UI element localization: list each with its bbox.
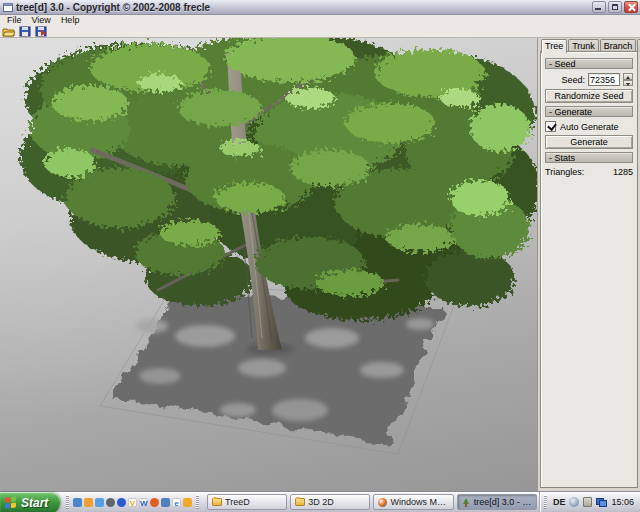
treed-app-icon xyxy=(462,498,471,507)
randomize-seed-button[interactable]: Randomize Seed xyxy=(545,89,633,103)
system-tray: DE 15:06 xyxy=(539,492,640,512)
3d-viewport[interactable] xyxy=(0,38,537,491)
task-treed-folder[interactable]: TreeD xyxy=(207,494,287,510)
seed-spinner[interactable] xyxy=(623,73,633,86)
tasks-handle[interactable] xyxy=(196,495,199,509)
quicklaunch-app-icon[interactable] xyxy=(84,498,93,507)
window-title: tree[d] 3.0 - Copyright © 2002-2008 frec… xyxy=(16,2,590,13)
quicklaunch-messenger-icon[interactable] xyxy=(95,498,104,507)
seed-input[interactable] xyxy=(588,73,620,86)
quicklaunch-handle[interactable] xyxy=(66,495,69,509)
restore-button[interactable] xyxy=(608,1,622,13)
close-icon xyxy=(627,3,636,12)
task-3d2d-folder[interactable]: 3D 2D xyxy=(290,494,370,510)
minimize-icon xyxy=(595,8,601,10)
seed-label: Seed: xyxy=(561,75,585,85)
app-window: tree[d] 3.0 - Copyright © 2002-2008 frec… xyxy=(0,0,640,491)
save-button[interactable] xyxy=(18,26,31,37)
minimize-button[interactable] xyxy=(592,1,606,13)
settings-panel: Tree Trunk Branch Leaf - Seed Seed: Rand… xyxy=(537,38,640,491)
menu-view[interactable]: View xyxy=(27,15,56,25)
generate-group-header[interactable]: - Generate xyxy=(545,106,633,117)
windows-flag-icon xyxy=(5,496,17,509)
folder-icon xyxy=(212,498,222,506)
spinner-down-icon[interactable] xyxy=(623,80,633,87)
open-folder-icon xyxy=(2,26,15,37)
quicklaunch-winamp-icon[interactable]: V xyxy=(128,498,137,507)
task-media-player[interactable]: Windows Media Player xyxy=(373,494,453,510)
generate-button[interactable]: Generate xyxy=(545,135,633,149)
task-buttons: TreeD 3D 2D Windows Media Player tree[d]… xyxy=(205,492,539,512)
quicklaunch-arrows-icon[interactable] xyxy=(183,498,192,507)
quicklaunch-word-icon[interactable]: W xyxy=(139,498,148,507)
task-treed-app[interactable]: tree[d] 3.0 - Copyrig... xyxy=(457,494,537,510)
close-button[interactable] xyxy=(624,1,638,13)
quicklaunch-firefox-icon[interactable] xyxy=(150,498,159,507)
menu-file[interactable]: File xyxy=(2,15,27,25)
triangles-value: 1285 xyxy=(613,167,633,177)
auto-generate-checkbox[interactable] xyxy=(545,121,556,132)
app-icon xyxy=(3,3,13,12)
media-player-icon xyxy=(378,498,387,507)
menubar: File View Help xyxy=(0,15,640,25)
export-button[interactable] xyxy=(34,26,47,37)
quicklaunch-browser-icon[interactable] xyxy=(73,498,82,507)
triangles-label: Triangles: xyxy=(545,167,584,177)
taskbar-clock[interactable]: 15:06 xyxy=(611,497,634,507)
seed-group-header[interactable]: - Seed xyxy=(545,58,633,69)
start-button[interactable]: Start xyxy=(0,492,60,512)
toolbar xyxy=(0,25,640,38)
tab-tree[interactable]: Tree xyxy=(541,39,567,53)
folder-icon xyxy=(295,498,305,506)
taskbar: Start V W e TreeD 3D 2D Windows Media Pl… xyxy=(0,491,640,512)
save-floppy-icon xyxy=(19,26,31,37)
language-indicator[interactable]: DE xyxy=(553,497,566,507)
tray-handle[interactable] xyxy=(544,495,547,509)
start-label: Start xyxy=(21,496,48,510)
quicklaunch-notes-icon[interactable] xyxy=(161,498,170,507)
tray-cd-icon[interactable] xyxy=(569,497,579,507)
quicklaunch-media-icon[interactable] xyxy=(106,498,115,507)
network-icon[interactable] xyxy=(596,498,607,507)
tray-device-icon[interactable] xyxy=(583,497,592,507)
quicklaunch-ie-icon[interactable]: e xyxy=(172,498,181,507)
export-floppy-icon xyxy=(35,26,47,37)
quick-launch: V W e xyxy=(60,492,205,512)
tree-tab-page: - Seed Seed: Randomize Seed - Generate A… xyxy=(540,51,638,488)
restore-icon xyxy=(612,4,618,10)
titlebar[interactable]: tree[d] 3.0 - Copyright © 2002-2008 frec… xyxy=(0,0,640,15)
quicklaunch-opera-icon[interactable] xyxy=(117,498,126,507)
auto-generate-label[interactable]: Auto Generate xyxy=(560,122,619,132)
tree-render xyxy=(0,38,537,491)
stats-group-header[interactable]: - Stats xyxy=(545,152,633,163)
menu-help[interactable]: Help xyxy=(56,15,85,25)
open-button[interactable] xyxy=(2,26,15,37)
